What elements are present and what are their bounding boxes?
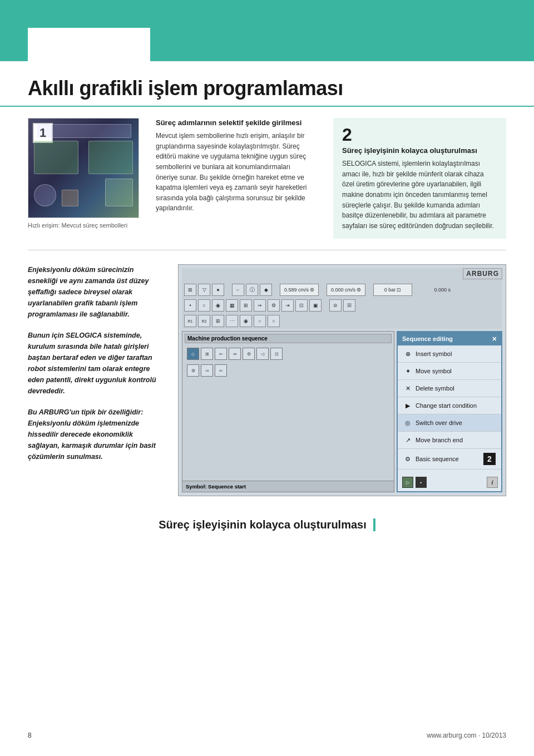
tb-btn-3dots[interactable]: ⋯ [226, 315, 238, 327]
seq-icons-row2: ⚙ ⇒ ⇐ [185, 362, 392, 379]
tb-unit-icon-2: ⚙ [357, 287, 361, 293]
tb-value-3-text: 0 bar [384, 287, 396, 293]
col2-title: Süreç adımlarının selektif şekilde giril… [156, 118, 311, 128]
tb-btn-diamond[interactable]: ◆ [260, 284, 272, 296]
tb-unit-icon-1: ⚙ [310, 287, 314, 293]
menu-item-insert[interactable]: ⊕ Insert symbol [398, 345, 501, 363]
tb-btn-i[interactable]: ⓘ [246, 284, 258, 296]
col3-title: Süreç işleyişinin kolayca oluşturulması [342, 146, 497, 156]
page-title-area: Akıllı grafikli işlem programlaması [0, 61, 534, 107]
seq-icon-5[interactable]: ⚙ [243, 348, 255, 360]
caption-title: Süreç işleyişinin kolayca oluşturulması [159, 518, 375, 531]
menu-item-move-label: Move symbol [416, 368, 452, 374]
seq-icon-2[interactable]: ⊞ [201, 348, 213, 360]
move-branch-icon: ↗ [403, 436, 412, 444]
switch-drive-icon: ◎ [403, 418, 412, 427]
tb-btn-r2[interactable]: R2 [198, 315, 210, 327]
left-para-3: Bu ARBURG'un tipik bir özelliğidir: Enje… [28, 407, 161, 462]
screen-el-4 [34, 184, 56, 206]
tb-btn-r1[interactable]: R1 [184, 315, 196, 327]
tb-btn-layer[interactable]: ⊡ [295, 299, 308, 312]
menu-item-move[interactable]: ✦ Move symbol [398, 363, 501, 380]
tb-btn-target2[interactable]: ◉ [240, 315, 252, 327]
toolbar-row-2: • ○ ◉ ▦ ⊞ ⇒ ⚙ ⇥ ⊡ ▣ ⊘ ☒ [182, 298, 502, 313]
tb-btn-alarm[interactable]: ☒ [343, 299, 355, 312]
tb-btn-bell[interactable]: ▣ [309, 299, 322, 312]
tb-btn-steps[interactable]: ⇥ [281, 299, 294, 312]
toolbar-row-1: ⊞ ▽ ● ← ⓘ ◆ 0.589 cm/s ⚙ 0.000 cm/s ⚙ 0 … [182, 268, 502, 298]
tb-value-1: 0.589 cm/s ⚙ [280, 284, 319, 296]
tb-btn-box2[interactable]: ⊞ [240, 299, 252, 312]
tb-value-2: 0.000 cm/s ⚙ [327, 284, 365, 296]
seq-edit-close-btn[interactable]: × [492, 334, 497, 343]
menu-item-switch-drive-label: Switch over drive [416, 419, 462, 426]
menu-item-delete-label: Delete symbol [416, 385, 454, 392]
page-footer: 8 www.arburg.com · 10/2013 [28, 732, 506, 739]
tb-btn-target[interactable]: ◉ [212, 299, 224, 312]
menu-item-insert-label: Insert symbol [416, 350, 452, 357]
ss-content: Machine production sequence ◇ ⊞ ⇐ ⇔ ⚙ ◁ … [182, 331, 502, 492]
symbol-label: Symbol: Sequence start [182, 481, 394, 492]
tb-btn-gear2[interactable]: ⚙ [268, 299, 280, 312]
seq-icon-3[interactable]: ⇐ [215, 348, 227, 360]
menu-item-delete[interactable]: ✕ Delete symbol [398, 380, 501, 397]
tb-value-2-text: 0.000 cm/s [331, 287, 355, 293]
tb-btn-monitor[interactable]: ⊞ [184, 284, 196, 296]
tb-btn-dots[interactable]: ⊞ [212, 315, 224, 327]
left-para-1-bold: Enjeksiyonlu döküm sürecinizin esnekliği… [28, 266, 149, 318]
seq-icon-6[interactable]: ◁ [256, 348, 269, 360]
tb-btn-arrow-down[interactable]: ▽ [198, 284, 210, 296]
section-top: 1 Hızlı erişim: Mevcut süreç sembolleri … [0, 107, 534, 250]
screen-el-3 [88, 141, 133, 174]
delete-symbol-icon: ✕ [403, 384, 412, 393]
col3-body: SELOGICA sistemi, işlemlerin kolaylaştır… [342, 159, 497, 231]
arburg-logo: ARBURG [463, 268, 502, 279]
tb-btn-dot[interactable]: ● [212, 284, 224, 296]
tb-value-1-text: 0.589 cm/s [284, 287, 309, 293]
seq-icon-start[interactable]: ◇ [187, 348, 199, 360]
tb-btn-c1[interactable]: ○ [254, 315, 266, 327]
insert-symbol-icon: ⊕ [403, 349, 412, 358]
seq-icons-row1: ◇ ⊞ ⇐ ⇔ ⚙ ◁ ⊡ [185, 345, 392, 362]
menu-item-move-branch[interactable]: ↗ Move branch end [398, 432, 501, 449]
ss-right-panel: Sequence editing × ⊕ Insert symbol ✦ Mov… [397, 331, 502, 492]
left-para-3-bold: Bu ARBURG'un tipik bir özelliğidir: Enje… [28, 408, 156, 461]
tb-btn-lock[interactable]: ⊘ [329, 299, 342, 312]
page-title: Akıllı grafikli işlem programlaması [28, 77, 506, 100]
tb-btn-arrow3[interactable]: ⇒ [254, 299, 266, 312]
menu-item-change-start[interactable]: ▶ Change start condition [398, 397, 501, 414]
menu-item-change-start-label: Change start condition [416, 402, 477, 409]
tb-value-3: 0 bar ⊡ [373, 284, 412, 296]
seq-bottom-icon-triangle[interactable]: ▷ [402, 477, 413, 488]
menu-item-basic-seq-label: Basic sequence [416, 456, 459, 462]
seq-icon-9[interactable]: ⇒ [201, 364, 213, 377]
col2-body: Mevcut işlem sembollerine hızlı erişim, … [156, 131, 311, 214]
tb-btn-circ[interactable]: • [184, 299, 196, 312]
image-inner [28, 118, 139, 218]
section-bottom: Enjeksiyonlu döküm sürecinizin esnekliği… [0, 250, 534, 507]
software-screenshot: ARBURG ⊞ ▽ ● ← ⓘ ◆ 0.589 cm/s ⚙ 0.000 cm… [178, 264, 506, 496]
seq-icon-8[interactable]: ⚙ [187, 364, 199, 377]
move-symbol-icon: ✦ [403, 367, 412, 375]
tb-btn-o[interactable]: ○ [198, 299, 210, 312]
menu-item-basic-seq[interactable]: ⚙ Basic sequence 2 [398, 449, 501, 470]
footer-page-number: 8 [28, 732, 32, 739]
screenshot-image: 1 [28, 118, 139, 218]
screen-el-5 [62, 190, 78, 206]
ss-left-panel: Machine production sequence ◇ ⊞ ⇐ ⇔ ⚙ ◁ … [182, 331, 394, 492]
screen-el-2 [34, 141, 78, 174]
basic-seq-icon: ⚙ [403, 454, 412, 463]
seq-edit-title-bar: Sequence editing × [398, 332, 501, 345]
seq-edit-title-text: Sequence editing [402, 335, 453, 342]
info-button[interactable]: i [487, 477, 498, 488]
tb-btn-back[interactable]: ← [232, 284, 244, 296]
menu-item-switch-drive[interactable]: ◎ Switch over drive [398, 414, 501, 432]
tb-btn-c2[interactable]: ○ [268, 315, 280, 327]
seq-icon-4[interactable]: ⇔ [229, 348, 241, 360]
seq-bottom-icon-square[interactable]: ▪ [416, 477, 427, 488]
seq-icon-7[interactable]: ⊡ [270, 348, 283, 360]
image-box-1: 1 Hızlı erişim: Mevcut süreç sembolleri [28, 118, 139, 239]
tb-btn-grid[interactable]: ▦ [226, 299, 238, 312]
toolbar-row-3: R1 R2 ⊞ ⋯ ◉ ○ ○ [182, 313, 502, 329]
seq-icon-10[interactable]: ⇐ [215, 364, 227, 377]
